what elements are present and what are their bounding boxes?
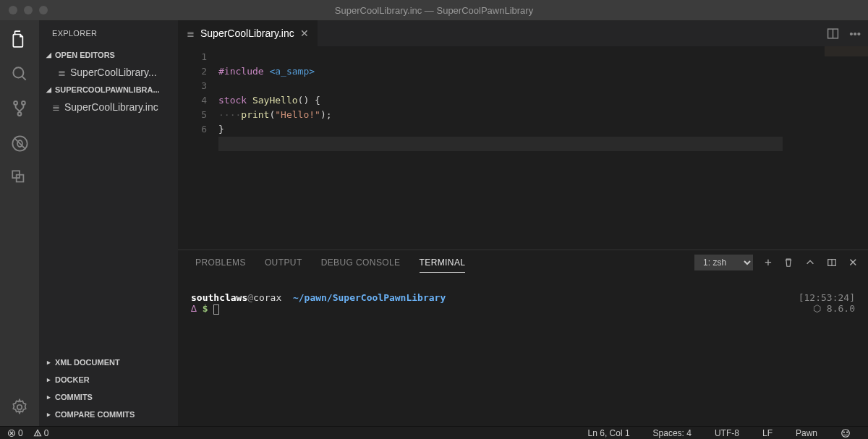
titlebar: SuperCoolLibrary.inc — SuperCoolPawnLibr… xyxy=(0,0,868,20)
panel-tab-debug-console[interactable]: DEBUG CONSOLE xyxy=(321,257,401,268)
svg-point-2 xyxy=(14,101,17,105)
open-editors-section[interactable]: ◢ OPEN EDITORS xyxy=(39,46,178,64)
svg-line-6 xyxy=(14,137,25,149)
explorer-icon[interactable] xyxy=(9,29,30,49)
status-encoding[interactable]: UTF-8 xyxy=(715,428,739,438)
status-indentation[interactable]: Spaces: 4 xyxy=(653,428,692,438)
section-label: DOCKER xyxy=(55,375,90,384)
maximize-window-button[interactable] xyxy=(39,6,48,14)
svg-point-4 xyxy=(18,112,22,116)
panel-tab-output[interactable]: OUTPUT xyxy=(265,257,302,268)
file-label: SuperCoolLibrary.inc xyxy=(64,101,158,113)
svg-line-1 xyxy=(22,76,25,80)
svg-point-21 xyxy=(843,432,844,432)
status-language[interactable]: Pawn xyxy=(796,428,817,438)
editor-area: ≣ SuperCoolLibrary.inc ✕ ••• 1 2 3 4 5 6 xyxy=(178,20,868,426)
xml-document-section[interactable]: ▸ XML DOCUMENT xyxy=(39,354,178,371)
split-editor-icon[interactable] xyxy=(827,27,839,40)
terminal-content[interactable]: southclaws@corax ~/pawn/SuperCoolPawnLib… xyxy=(178,275,868,426)
close-window-button[interactable] xyxy=(9,6,17,14)
debug-icon[interactable] xyxy=(9,133,30,153)
panel-tabs: PROBLEMS OUTPUT DEBUG CONSOLE TERMINAL 1… xyxy=(178,250,868,275)
terminal-cursor xyxy=(213,304,219,315)
section-label: COMMITS xyxy=(55,393,93,401)
status-feedback-icon[interactable] xyxy=(841,428,851,438)
svg-point-3 xyxy=(22,101,25,105)
panel-tab-problems[interactable]: PROBLEMS xyxy=(195,257,246,268)
status-bar: 0 0 Ln 6, Col 1 Spaces: 4 UTF-8 LF Pawn xyxy=(0,426,868,439)
file-icon: ≣ xyxy=(187,28,195,39)
source-control-icon[interactable] xyxy=(9,98,30,119)
chevron-right-icon: ▸ xyxy=(43,359,54,366)
maximize-panel-icon[interactable] xyxy=(827,257,837,268)
docker-section[interactable]: ▸ DOCKER xyxy=(39,371,178,388)
section-label: COMPARE COMMITS xyxy=(55,410,135,419)
project-section[interactable]: ◢ SUPERCOOLPAWNLIBRA... xyxy=(39,81,178,98)
tab-label: SuperCoolLibrary.inc xyxy=(200,27,294,39)
line-gutter: 1 2 3 4 5 6 xyxy=(178,46,218,250)
status-cursor-position[interactable]: Ln 6, Col 1 xyxy=(588,428,630,438)
editor-body[interactable]: 1 2 3 4 5 6 #include <a_samp> stock SayH… xyxy=(178,46,868,250)
explorer-sidebar: EXPLORER ◢ OPEN EDITORS ≣ SuperCoolLibra… xyxy=(39,20,178,426)
main-layout: EXPLORER ◢ OPEN EDITORS ≣ SuperCoolLibra… xyxy=(0,20,868,426)
minimap[interactable] xyxy=(825,46,868,56)
tabbar: ≣ SuperCoolLibrary.inc ✕ ••• xyxy=(178,20,868,46)
minimize-window-button[interactable] xyxy=(24,6,33,14)
bottom-panel: PROBLEMS OUTPUT DEBUG CONSOLE TERMINAL 1… xyxy=(178,250,868,426)
extensions-icon[interactable] xyxy=(9,168,30,188)
chevron-down-icon: ◢ xyxy=(43,51,54,59)
svg-point-0 xyxy=(13,67,23,77)
status-errors[interactable]: 0 xyxy=(7,428,23,438)
settings-gear-icon[interactable] xyxy=(9,397,30,417)
compare-commits-section[interactable]: ▸ COMPARE COMMITS xyxy=(39,406,178,423)
chevron-down-icon: ◢ xyxy=(43,86,54,93)
code-content[interactable]: #include <a_samp> stock SayHello() { ···… xyxy=(218,46,868,250)
window-controls xyxy=(0,6,48,14)
svg-point-20 xyxy=(842,429,850,437)
svg-point-10 xyxy=(17,405,22,410)
svg-point-22 xyxy=(847,432,848,432)
file-label: SuperCoolLibrary... xyxy=(70,67,157,78)
status-eol[interactable]: LF xyxy=(762,428,773,438)
tabbar-actions: ••• xyxy=(827,20,868,46)
collapse-panel-icon[interactable] xyxy=(805,257,815,268)
close-panel-icon[interactable]: ✕ xyxy=(848,256,858,269)
terminal-selector[interactable]: 1: zsh xyxy=(694,255,753,270)
window-title: SuperCoolLibrary.inc — SuperCoolPawnLibr… xyxy=(0,5,868,16)
commits-section[interactable]: ▸ COMMITS xyxy=(39,388,178,406)
chevron-right-icon: ▸ xyxy=(43,376,54,383)
file-icon: ≣ xyxy=(58,67,66,78)
more-actions-icon[interactable]: ••• xyxy=(849,27,861,40)
chevron-right-icon: ▸ xyxy=(43,411,54,418)
svg-point-19 xyxy=(37,434,38,435)
section-label: SUPERCOOLPAWNLIBRA... xyxy=(55,85,160,94)
search-icon[interactable] xyxy=(9,64,30,84)
new-terminal-icon[interactable]: + xyxy=(765,255,772,270)
project-file[interactable]: ≣ SuperCoolLibrary.inc xyxy=(39,98,178,116)
section-label: OPEN EDITORS xyxy=(55,51,115,59)
open-editor-file[interactable]: ≣ SuperCoolLibrary... xyxy=(39,64,178,81)
sidebar-title: EXPLORER xyxy=(39,20,178,46)
close-tab-icon[interactable]: ✕ xyxy=(300,27,309,39)
status-warnings[interactable]: 0 xyxy=(33,428,49,438)
kill-terminal-icon[interactable] xyxy=(783,257,793,268)
panel-tab-terminal[interactable]: TERMINAL xyxy=(420,257,466,273)
section-label: XML DOCUMENT xyxy=(55,358,120,367)
editor-tab[interactable]: ≣ SuperCoolLibrary.inc ✕ xyxy=(178,20,318,46)
chevron-right-icon: ▸ xyxy=(43,393,54,401)
activity-bar xyxy=(0,20,39,426)
file-icon: ≣ xyxy=(52,102,60,113)
